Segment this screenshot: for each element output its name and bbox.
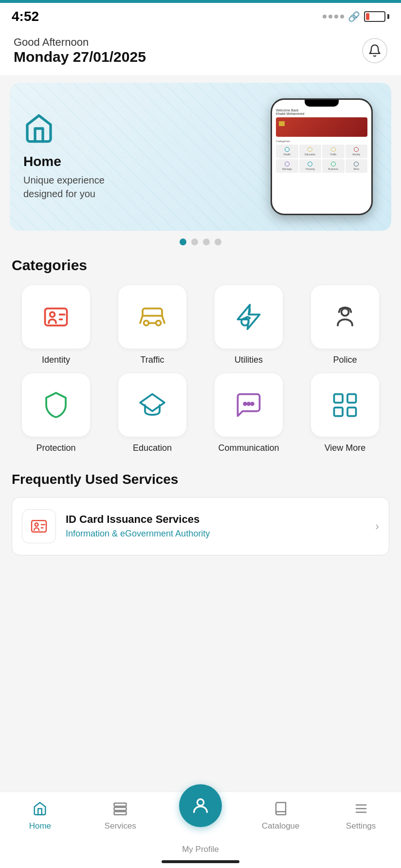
banner-carousel: Home Unique experience designed for you … bbox=[10, 83, 391, 231]
banner-content: Home Unique experience designed for you bbox=[23, 113, 145, 201]
identity-label: Identity bbox=[42, 354, 70, 366]
communication-icon-box bbox=[215, 373, 283, 437]
signal-icon bbox=[323, 15, 344, 18]
freq-title: Frequently Used Services bbox=[12, 472, 389, 487]
police-label: Police bbox=[333, 354, 357, 366]
dot-2[interactable] bbox=[191, 239, 198, 245]
bottom-nav: Home Services My Profile bbox=[0, 792, 401, 868]
viewmore-label: View More bbox=[325, 443, 366, 454]
protection-icon bbox=[41, 390, 71, 420]
service-authority: Information & eGovernment Authority bbox=[66, 529, 365, 539]
service-identity-icon bbox=[29, 517, 49, 536]
home-indicator bbox=[162, 860, 239, 863]
greeting-text: Good Afternoon bbox=[14, 36, 146, 49]
status-icons: 🔗 bbox=[323, 11, 389, 22]
nav-settings[interactable]: Settings bbox=[337, 799, 385, 831]
category-traffic[interactable]: Traffic bbox=[108, 285, 197, 366]
category-protection[interactable]: Protection bbox=[12, 373, 100, 454]
service-name: ID Card Issuance Services bbox=[66, 513, 365, 526]
svg-rect-23 bbox=[114, 808, 127, 811]
svg-rect-16 bbox=[334, 407, 343, 416]
svg-point-1 bbox=[50, 312, 55, 317]
viewmore-icon-box bbox=[311, 373, 379, 437]
settings-nav-label: Settings bbox=[346, 821, 376, 831]
svg-rect-15 bbox=[347, 394, 356, 403]
services-nav-label: Services bbox=[105, 821, 136, 831]
link-icon: 🔗 bbox=[348, 11, 360, 22]
category-education[interactable]: Education bbox=[108, 373, 197, 454]
home-nav-icon-wrap bbox=[30, 799, 50, 818]
svg-point-25 bbox=[197, 799, 203, 806]
myprofile-nav-icon bbox=[191, 796, 210, 815]
svg-rect-14 bbox=[334, 394, 343, 403]
catalogue-nav-icon bbox=[273, 801, 288, 816]
services-nav-icon-wrap bbox=[110, 799, 130, 818]
svg-point-13 bbox=[251, 403, 254, 405]
svg-point-12 bbox=[248, 403, 250, 405]
settings-nav-icon bbox=[354, 801, 368, 816]
dot-4[interactable] bbox=[215, 239, 221, 245]
nav-myprofile[interactable]: My Profile bbox=[176, 784, 225, 840]
identity-icon-box bbox=[22, 285, 90, 349]
service-arrow-icon: › bbox=[375, 519, 379, 533]
service-info: ID Card Issuance Services Information & … bbox=[66, 513, 365, 539]
status-time: 4:52 bbox=[12, 9, 39, 24]
traffic-label: Traffic bbox=[140, 354, 164, 366]
utilities-icon-box bbox=[215, 285, 283, 349]
dot-3[interactable] bbox=[203, 239, 210, 245]
bell-button[interactable] bbox=[362, 38, 387, 63]
battery-icon bbox=[364, 11, 389, 22]
catalogue-nav-icon-wrap bbox=[271, 799, 291, 818]
utilities-icon bbox=[234, 302, 263, 332]
traffic-icon bbox=[138, 302, 167, 332]
home-nav-icon bbox=[33, 801, 47, 816]
svg-rect-22 bbox=[114, 803, 127, 806]
police-icon-box bbox=[311, 285, 379, 349]
header-text: Good Afternoon Monday 27/01/2025 bbox=[14, 36, 146, 65]
banner-home-icon bbox=[23, 113, 145, 146]
dot-1[interactable] bbox=[180, 239, 186, 245]
svg-line-10 bbox=[350, 309, 351, 312]
category-viewmore[interactable]: View More bbox=[301, 373, 389, 454]
header: Good Afternoon Monday 27/01/2025 bbox=[0, 28, 401, 75]
viewmore-icon bbox=[330, 390, 360, 420]
category-police[interactable]: Police bbox=[301, 285, 389, 366]
protection-icon-box bbox=[22, 373, 90, 437]
svg-point-11 bbox=[244, 403, 246, 405]
protection-label: Protection bbox=[36, 443, 75, 454]
home-nav-label: Home bbox=[29, 821, 51, 831]
svg-line-9 bbox=[339, 309, 341, 312]
services-nav-icon bbox=[113, 801, 128, 816]
catalogue-nav-label: Catalogue bbox=[262, 821, 300, 831]
education-icon bbox=[138, 390, 167, 420]
status-bar: 4:52 🔗 bbox=[0, 3, 401, 28]
category-utilities[interactable]: Utilities bbox=[204, 285, 293, 366]
myprofile-nav-label: My Profile bbox=[182, 845, 219, 854]
banner-phone-mockup: Welcome BackKhalid Mohammed Categories H… bbox=[271, 98, 378, 215]
svg-rect-17 bbox=[347, 407, 356, 416]
identity-icon bbox=[41, 302, 71, 332]
date-text: Monday 27/01/2025 bbox=[14, 49, 146, 65]
banner-title: Home bbox=[23, 154, 145, 169]
communication-label: Communication bbox=[218, 443, 279, 454]
svg-point-8 bbox=[342, 309, 349, 316]
svg-point-19 bbox=[35, 523, 38, 526]
settings-nav-icon-wrap bbox=[351, 799, 371, 818]
utilities-label: Utilities bbox=[235, 354, 263, 366]
categories-section: Categories Identity bbox=[0, 253, 401, 454]
service-card-id[interactable]: ID Card Issuance Services Information & … bbox=[12, 497, 389, 555]
education-icon-box bbox=[118, 373, 186, 437]
categories-title: Categories bbox=[12, 257, 389, 274]
category-communication[interactable]: Communication bbox=[204, 373, 293, 454]
police-icon bbox=[330, 302, 360, 332]
myprofile-circle bbox=[179, 784, 222, 827]
service-id-icon-box bbox=[22, 509, 56, 543]
nav-catalogue[interactable]: Catalogue bbox=[256, 799, 305, 831]
frequently-used-section: Frequently Used Services ID Card Issuanc… bbox=[0, 460, 401, 555]
nav-services[interactable]: Services bbox=[96, 799, 145, 831]
nav-home[interactable]: Home bbox=[16, 799, 64, 831]
category-identity[interactable]: Identity bbox=[12, 285, 100, 366]
categories-grid: Identity Traffic bbox=[12, 285, 389, 454]
traffic-icon-box bbox=[118, 285, 186, 349]
svg-rect-24 bbox=[114, 812, 127, 814]
